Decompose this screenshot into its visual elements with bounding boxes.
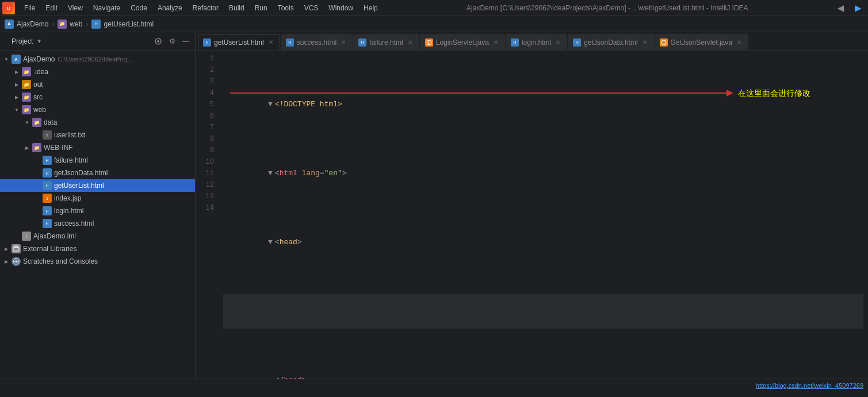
tree-item-out[interactable]: ▶ 📁 out: [0, 78, 195, 91]
tab-close-button[interactable]: ✕: [406, 38, 414, 47]
tab-html-icon: H: [286, 38, 294, 47]
tab-close-button[interactable]: ✕: [735, 38, 743, 47]
collapse-button[interactable]: —: [180, 36, 192, 47]
folder-orange-icon: 📁: [22, 80, 31, 89]
tab-close-button[interactable]: ✕: [492, 38, 500, 47]
status-link[interactable]: https://blog.csdn.net/weixin_45097269: [756, 382, 863, 389]
menu-analyze[interactable]: Analyze: [153, 3, 187, 13]
breadcrumb: A AjaxDemo › 📁 web › H getUserList.html: [0, 16, 868, 32]
breadcrumb-web[interactable]: 📁 web: [58, 20, 82, 29]
menu-refactor[interactable]: Refactor: [188, 3, 223, 13]
settings-button[interactable]: ⚙: [166, 36, 178, 47]
tree-item-getjsondata[interactable]: ▶ H getJsonData.html: [0, 167, 195, 179]
tab-html-icon: H: [203, 38, 211, 47]
code-content[interactable]: ▼<!DOCTYPE html> ▼<html lang="en"> ▼<hea…: [219, 53, 868, 376]
project-panel-header: Project ▼ ⚙ —: [0, 32, 195, 51]
svg-point-11: [661, 40, 666, 45]
tab-label: failure.html: [369, 38, 403, 47]
arrow-icon: ▶: [13, 68, 21, 76]
menu-build[interactable]: Build: [224, 3, 249, 13]
html-icon: H: [43, 168, 52, 178]
tree-item-success[interactable]: ▶ H success.html: [0, 217, 195, 230]
tab-getuserlist[interactable]: H getUserList.html ✕: [198, 34, 280, 50]
tree-label: getUserList.html: [54, 182, 104, 190]
folder-icon: 📁: [22, 67, 31, 76]
tree-item-src[interactable]: ▶ 📁 src: [0, 91, 195, 103]
arrow-icon: ▼: [13, 106, 21, 114]
tab-close-button[interactable]: ✕: [554, 38, 562, 47]
arrow-icon: ▶: [2, 245, 10, 253]
tab-label: getUserList.html: [214, 38, 264, 47]
arrow-icon: ▶: [23, 144, 31, 152]
menu-edit[interactable]: Edit: [41, 3, 62, 13]
project-panel-dropdown[interactable]: ▼: [36, 38, 42, 44]
tab-html-icon: H: [511, 38, 519, 47]
menu-navigate[interactable]: Navigate: [89, 3, 125, 13]
tree-label: index.jsp: [54, 194, 81, 202]
tab-failure[interactable]: H failure.html ✕: [353, 34, 419, 50]
editor-area: H getUserList.html ✕ H success.html ✕ H …: [196, 32, 868, 379]
menu-bar: IJ File Edit View Navigate Code Analyze …: [0, 0, 868, 16]
line-numbers: 1 2 3 4 5 6 7 8 9 10 11 12 13 14: [196, 53, 219, 376]
tab-close-button[interactable]: ✕: [641, 38, 649, 47]
tree-item-userlist[interactable]: ▶ T userlist.txt: [0, 129, 195, 141]
arrow-icon: ▶: [13, 80, 21, 88]
extlib-icon: [12, 244, 21, 253]
app-logo: IJ: [2, 2, 15, 14]
tree-item-failure[interactable]: ▶ H failure.html: [0, 154, 195, 167]
main-area: Project ▼ ⚙ — ▼ A AjaxDemo C:\Users\2906…: [0, 32, 868, 379]
tree-item-data[interactable]: ▼ 📁 data: [0, 116, 195, 129]
tree-item-loginhtml[interactable]: ▶ H login.html: [0, 205, 195, 217]
nav-forward-button[interactable]: ▶: [850, 2, 866, 14]
status-bar: https://blog.csdn.net/weixin_45097269: [0, 379, 868, 391]
pin-button[interactable]: [152, 36, 164, 47]
menu-window[interactable]: Window: [324, 3, 358, 13]
breadcrumb-project[interactable]: A AjaxDemo: [5, 20, 48, 29]
tree-item-extlibs[interactable]: ▶ External Libraries: [0, 242, 195, 255]
tree-label: userlist.txt: [54, 131, 85, 139]
menu-code[interactable]: Code: [126, 3, 152, 13]
tree-item-indexjsp[interactable]: ▶ J index.jsp: [0, 192, 195, 205]
tab-loginhtml[interactable]: H login.html ✕: [506, 34, 567, 50]
code-line-1: ▼<!DOCTYPE html>: [223, 87, 863, 122]
menu-tools[interactable]: Tools: [273, 3, 299, 13]
tab-label: GetJsonServlet.java: [671, 38, 732, 47]
code-line-4: ▼: [223, 294, 863, 329]
tree-label: src: [33, 93, 43, 101]
menu-file[interactable]: File: [20, 3, 40, 13]
tree-item-web[interactable]: ▼ 📁 web: [0, 103, 195, 116]
code-line-3: ▼<head>: [223, 225, 863, 260]
menu-run[interactable]: Run: [250, 3, 272, 13]
tab-close-button[interactable]: ✕: [267, 38, 275, 47]
menu-view[interactable]: View: [63, 3, 87, 13]
tab-success[interactable]: H success.html ✕: [281, 34, 353, 50]
folder-icon: 📁: [32, 143, 41, 152]
tab-html-icon: H: [358, 38, 366, 47]
tab-close-button[interactable]: ✕: [339, 38, 347, 47]
tab-java-icon: [660, 38, 668, 47]
tab-loginservlet[interactable]: C LoginServlet.java ✕: [420, 34, 505, 50]
nav-back-button[interactable]: ◀: [832, 2, 848, 14]
tree-item-getuserlist[interactable]: ▶ H getUserList.html: [0, 179, 195, 192]
tree-item-ajaxdemoiml[interactable]: ▶ I AjaxDemo.iml: [0, 230, 195, 242]
tree-label: login.html: [54, 207, 83, 215]
folder-icon: 📁: [22, 105, 31, 114]
tree-item-ajaxdemo[interactable]: ▼ A AjaxDemo C:\Users\29062\IdeaProj...: [0, 53, 195, 65]
tree-item-idea[interactable]: ▶ 📁 .idea: [0, 65, 195, 78]
project-panel-controls: ⚙ —: [152, 36, 192, 47]
svg-text:IJ: IJ: [7, 6, 11, 11]
menu-help[interactable]: Help: [359, 3, 383, 13]
tree-item-scratches[interactable]: ▶ Scratches and Consoles: [0, 255, 195, 268]
tab-getjsondata[interactable]: H getJsonData.html ✕: [568, 34, 653, 50]
tree-item-webinf[interactable]: ▶ 📁 WEB-INF: [0, 141, 195, 154]
code-editor[interactable]: 1 2 3 4 5 6 7 8 9 10 11 12 13 14 ▼<!DOCT…: [196, 51, 868, 379]
tab-label: login.html: [522, 38, 551, 47]
menu-vcs[interactable]: VCS: [300, 3, 323, 13]
tree-label: .idea: [33, 68, 48, 76]
tab-getjsonservlet[interactable]: GetJsonServlet.java ✕: [655, 34, 748, 50]
html-icon: H: [43, 219, 52, 228]
tree-label: External Libraries: [23, 245, 77, 253]
folder-icon: 📁: [22, 92, 31, 102]
arrow-icon: ▶: [13, 93, 21, 101]
breadcrumb-file[interactable]: H getUserList.html: [91, 20, 154, 29]
